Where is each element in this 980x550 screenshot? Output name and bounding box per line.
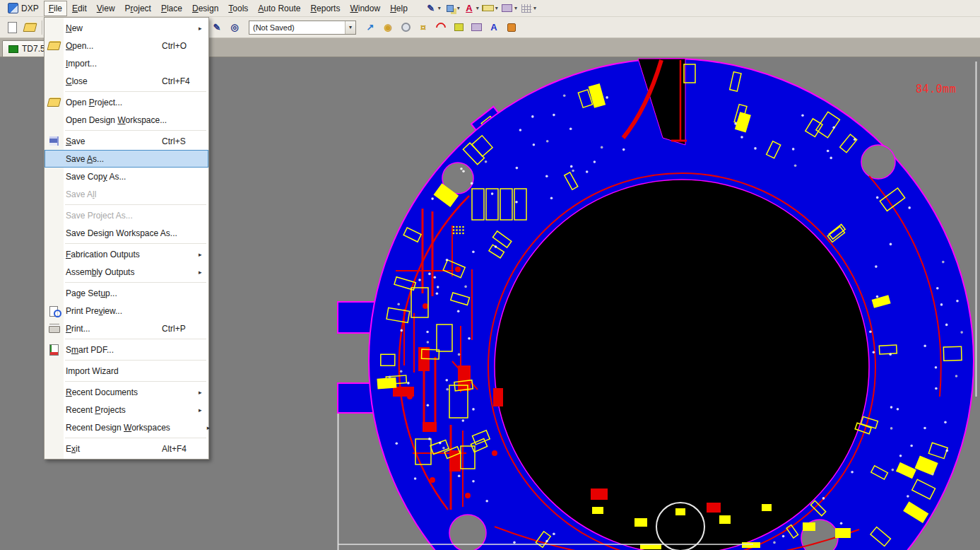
menu-item-label: Assembly Outputs bbox=[66, 267, 134, 277]
place-fill-button[interactable] bbox=[450, 19, 467, 36]
center-hole bbox=[495, 180, 869, 550]
folderopen-icon bbox=[48, 96, 61, 109]
interactive-routing-button[interactable]: ✎ bbox=[208, 19, 225, 36]
probe-icon: ↗ bbox=[364, 21, 377, 34]
menu-item-shortcut: Alt+F4 bbox=[162, 444, 199, 454]
folderopen-icon bbox=[23, 21, 36, 34]
menu-project[interactable]: Project bbox=[120, 1, 156, 16]
pcb-document-icon bbox=[8, 45, 18, 53]
grid-icon bbox=[520, 2, 533, 15]
place-keepout-button[interactable]: ¤ bbox=[415, 19, 432, 36]
menu-separator bbox=[65, 360, 206, 361]
toolbar-separator bbox=[42, 21, 42, 35]
menu-item-smart-pdf[interactable]: Smart PDF... bbox=[45, 341, 208, 358]
find-icon: ◎ bbox=[228, 21, 241, 34]
menu-item-assembly-outputs[interactable]: Assembly Outputs▸ bbox=[45, 263, 208, 281]
menu-item-save-design-workspace-as[interactable]: Save Design Workspace As... bbox=[45, 224, 208, 242]
menu-window[interactable]: Window bbox=[345, 1, 385, 16]
menu-item-recent-projects[interactable]: Recent Projects▸ bbox=[45, 401, 208, 419]
menu-item-label: Close bbox=[66, 76, 88, 86]
combo-dropdown-button[interactable]: ▾ bbox=[345, 21, 355, 34]
menu-item-close[interactable]: CloseCtrl+F4 bbox=[45, 72, 208, 90]
menu-help[interactable]: Help bbox=[385, 1, 413, 16]
menu-label: View bbox=[97, 4, 115, 13]
menu-dxp[interactable]: DXP bbox=[3, 0, 44, 16]
menu-item-icon-cell bbox=[45, 96, 64, 109]
menu-item-print[interactable]: Print...Ctrl+P bbox=[45, 320, 208, 337]
menu-file[interactable]: File bbox=[44, 1, 67, 16]
menu-place[interactable]: Place bbox=[156, 1, 187, 16]
menu-item-save[interactable]: SaveCtrl+S bbox=[45, 132, 208, 150]
menu-design[interactable]: Design bbox=[187, 1, 223, 16]
dropdown-caret-icon: ▾ bbox=[476, 5, 479, 11]
menu-item-label: Save Copy As... bbox=[66, 172, 126, 182]
place-arc-button[interactable] bbox=[432, 19, 449, 36]
menu-item-page-setup[interactable]: Page Setup... bbox=[45, 284, 208, 302]
saved-configuration-combo[interactable]: (Not Saved)▾ bbox=[249, 21, 356, 35]
pencil-icon: ✎ bbox=[425, 2, 437, 15]
new-document-button[interactable] bbox=[4, 19, 20, 36]
grid-tools-button[interactable]: ▾ bbox=[519, 0, 537, 17]
menu-reports[interactable]: Reports bbox=[305, 1, 345, 16]
drawing-tools-button[interactable]: ▾ bbox=[443, 0, 461, 17]
key-icon: ¤ bbox=[417, 21, 430, 34]
find-similar-button[interactable]: ◎ bbox=[226, 19, 243, 36]
printer-icon bbox=[48, 322, 61, 335]
menu-item-exit[interactable]: ExitAlt+F4 bbox=[45, 440, 208, 457]
dropdown-caret-icon: ▾ bbox=[495, 5, 498, 11]
place-pad-button[interactable] bbox=[503, 19, 520, 36]
place-room-button[interactable] bbox=[468, 19, 485, 36]
menu-item-label: Save Design Workspace As... bbox=[66, 228, 177, 238]
menu-item-open-design-workspace[interactable]: Open Design Workspace... bbox=[45, 111, 208, 129]
menu-view[interactable]: View bbox=[92, 1, 120, 16]
menu-item-import[interactable]: Import... bbox=[45, 54, 208, 72]
menu-item-label: Exit bbox=[66, 444, 80, 454]
menu-label: File bbox=[49, 4, 62, 13]
menu-item-label: Open Project... bbox=[66, 98, 122, 107]
net-color-button[interactable]: A▾ bbox=[462, 0, 480, 17]
via-icon bbox=[399, 21, 412, 34]
menu-item-shortcut: Ctrl+F4 bbox=[162, 76, 199, 86]
place-via-button[interactable] bbox=[397, 19, 414, 36]
menu-tools[interactable]: Tools bbox=[223, 1, 253, 16]
mounting-hole bbox=[861, 145, 895, 179]
menubar-items: DXPFileEditViewProjectPlaceDesignToolsAu… bbox=[3, 0, 413, 16]
menu-item-save-copy-as[interactable]: Save Copy As... bbox=[45, 168, 208, 185]
menu-item-new[interactable]: New▸ bbox=[45, 19, 208, 37]
menu-item-shortcut: Ctrl+O bbox=[162, 41, 199, 51]
menu-auto-route[interactable]: Auto Route bbox=[253, 1, 305, 16]
fill-icon bbox=[452, 21, 465, 34]
menu-item-print-preview[interactable]: Print Preview... bbox=[45, 302, 208, 320]
dimension-tools-button[interactable]: ▾ bbox=[481, 0, 499, 17]
menu-item-fabrication-outputs[interactable]: Fabrication Outputs▸ bbox=[45, 245, 208, 263]
menubar-toolbar: ✎▾▾A▾▾▾▾ bbox=[424, 0, 537, 17]
menu-item-label: Open Design Workspace... bbox=[66, 115, 167, 125]
menu-item-label: Page Setup... bbox=[66, 288, 117, 298]
submenu-arrow-icon: ▸ bbox=[207, 424, 217, 431]
arc-icon bbox=[435, 21, 447, 34]
submenu-arrow-icon: ▸ bbox=[199, 406, 208, 414]
dimension-annotation: 84.0mm bbox=[916, 83, 956, 95]
menu-item-label: Print... bbox=[66, 324, 90, 334]
wiring-tools-button[interactable]: ✎▾ bbox=[424, 0, 442, 17]
menu-item-label: Save bbox=[66, 136, 85, 146]
menu-separator bbox=[65, 339, 206, 339]
open-document-button[interactable] bbox=[21, 19, 38, 36]
menu-label: Auto Route bbox=[258, 4, 300, 13]
browse-net-button[interactable]: ◉ bbox=[379, 19, 396, 36]
cross-probe-button[interactable]: ↗ bbox=[362, 19, 379, 36]
combo-value: (Not Saved) bbox=[249, 23, 345, 32]
menu-item-open[interactable]: Open...Ctrl+O bbox=[45, 37, 208, 54]
menu-separator bbox=[65, 438, 206, 438]
menu-item-save-as[interactable]: Save As... bbox=[45, 150, 208, 168]
menu-item-recent-documents[interactable]: Recent Documents▸ bbox=[45, 383, 208, 401]
place-string-button[interactable]: A bbox=[485, 19, 502, 36]
folderopen-icon bbox=[48, 40, 61, 52]
menu-edit[interactable]: Edit bbox=[67, 1, 92, 16]
menu-item-label: Save Project As... bbox=[66, 211, 133, 221]
room-tools-button[interactable]: ▾ bbox=[500, 0, 518, 17]
menu-item-open-project[interactable]: Open Project... bbox=[45, 93, 208, 111]
menu-item-shortcut: Ctrl+P bbox=[162, 324, 199, 334]
menu-item-import-wizard[interactable]: Import Wizard bbox=[45, 362, 208, 380]
menu-item-recent-design-workspaces[interactable]: Recent Design Workspaces▸ bbox=[45, 419, 208, 436]
